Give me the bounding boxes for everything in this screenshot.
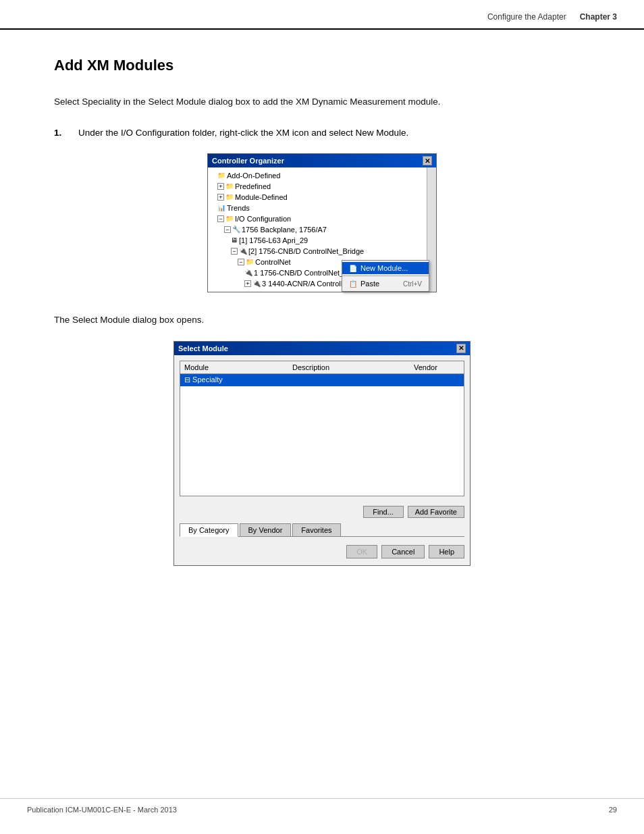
folder-icon-io: 📁 <box>225 213 234 224</box>
tree-label-trends: Trends <box>227 203 250 213</box>
sm-titlebar: Select Module ✕ <box>174 342 470 355</box>
expand-cnb: − <box>231 248 238 255</box>
controller-body: 📁 Add-On-Defined + 📁 Predefined + 📁 Modu… <box>208 167 436 292</box>
tree-label-controlnet: ControlNet <box>255 257 291 267</box>
close-button[interactable]: ✕ <box>423 156 432 165</box>
step-1: 1. Under the I/O Configuration folder, r… <box>54 126 590 140</box>
find-button[interactable]: Find... <box>363 506 404 518</box>
folder-icon-predefined: 📁 <box>225 181 234 192</box>
step-text-1: Under the I/O Configuration folder, righ… <box>78 126 590 140</box>
header-right: Configure the Adapter Chapter 3 <box>487 12 617 22</box>
publication-info: Publication ICM-UM001C-EN-E - March 2013 <box>27 806 177 814</box>
tree-label-predefined: Predefined <box>235 181 271 192</box>
tree-item-predefined: + 📁 Predefined <box>217 181 433 192</box>
select-module-window: Select Module ✕ Module Description Vendo… <box>173 341 471 566</box>
context-menu-separator <box>342 276 429 276</box>
tab-by-vendor[interactable]: By Vendor <box>240 523 292 536</box>
context-menu: 📄 New Module... 📋 Paste Ctrl+V <box>342 260 429 292</box>
expand-backplane: − <box>224 226 231 233</box>
sm-col-desc-header: Description <box>292 363 414 371</box>
configure-adapter-label: Configure the Adapter <box>487 12 566 22</box>
expand-module-defined: + <box>217 194 224 201</box>
tree-label-cnb: [2] 1756-CNB/D ControlNet_Bridge <box>248 246 364 257</box>
step-number-1: 1. <box>54 126 70 140</box>
tree-item-cnb: − 🔌 [2] 1756-CNB/D ControlNet_Bridge <box>231 246 433 257</box>
page-footer: Publication ICM-UM001C-EN-E - March 2013… <box>0 798 644 814</box>
module-icon-cnb: 🔌 <box>239 246 247 257</box>
select-module-screenshot: Select Module ✕ Module Description Vendo… <box>54 341 590 566</box>
folder-icon: 📁 <box>217 170 225 181</box>
intro-text: Select Speciality in the Select Module d… <box>54 95 590 109</box>
module-icon-acnr: 🔌 <box>252 278 261 289</box>
expand-predefined: + <box>217 183 224 190</box>
tree-label-module-defined: Module-Defined <box>235 192 288 203</box>
sm-find-row: Find... Add Favorite <box>180 506 464 518</box>
cancel-button[interactable]: Cancel <box>381 545 425 558</box>
add-favorite-button[interactable]: Add Favorite <box>408 506 464 518</box>
tree-item-backplane: − 🔧 1756 Backplane, 1756/A7 <box>224 224 433 235</box>
page-number: 29 <box>609 806 617 814</box>
new-module-label: New Module... <box>360 264 408 272</box>
expand-io-config: − <box>217 215 224 222</box>
tree-label-backplane: 1756 Backplane, 1756/A7 <box>242 224 327 235</box>
sm-list-area: ⊟ Specialty <box>180 374 464 496</box>
controller-titlebar: Controller Organizer ✕ <box>208 154 436 167</box>
sm-header-row: Module Description Vendor <box>180 361 464 374</box>
ok-button[interactable]: OK <box>346 545 377 558</box>
expand-controlnet: − <box>238 259 244 265</box>
chapter-label: Chapter 3 <box>580 12 617 22</box>
expand-acnr: + <box>244 280 251 287</box>
sm-specialty-label: ⊟ Specialty <box>184 375 292 384</box>
new-module-icon: 📄 <box>349 265 357 272</box>
module-icon-backplane: 🔧 <box>232 224 240 235</box>
main-content: Add XM Modules Select Speciality in the … <box>0 30 644 627</box>
sm-col-vendor-header: Vendor <box>414 363 460 371</box>
context-menu-paste[interactable]: 📋 Paste Ctrl+V <box>342 278 429 290</box>
sm-bottom: Find... Add Favorite By Category By Vend… <box>174 502 470 565</box>
module-icon-cnb2: 🔌 <box>244 267 252 278</box>
tab-favorites[interactable]: Favorites <box>292 523 340 536</box>
help-button[interactable]: Help <box>429 545 464 558</box>
sm-body: Module Description Vendor ⊟ Specialty <box>180 361 464 496</box>
sm-action-row: OK Cancel Help <box>180 542 464 561</box>
page-title: Add XM Modules <box>54 57 590 74</box>
tree-item-l63: 🖥 [1] 1756-L63 Apri_29 <box>231 235 433 246</box>
sm-close-button[interactable]: ✕ <box>456 344 466 353</box>
tree-item-io-config: − 📁 I/O Configuration <box>217 213 433 224</box>
between-text: The Select Module dialog box opens. <box>54 313 590 328</box>
tree-item-module-defined: + 📁 Module-Defined <box>217 192 433 203</box>
paste-shortcut: Ctrl+V <box>403 280 422 288</box>
tab-by-category[interactable]: By Category <box>180 523 238 537</box>
folder-icon-module-defined: 📁 <box>225 192 234 203</box>
tree-label-io-config: I/O Configuration <box>235 213 291 224</box>
controller-window-title: Controller Organizer <box>212 157 284 165</box>
tree-item-trends: 📊 Trends <box>217 203 433 213</box>
page-header: Configure the Adapter Chapter 3 <box>0 0 644 30</box>
module-icon-l63: 🖥 <box>231 235 238 246</box>
controller-organizer-screenshot: Controller Organizer ✕ 📁 Add-On-Defined … <box>54 153 590 292</box>
tree-item-addon: 📁 Add-On-Defined <box>217 170 433 181</box>
folder-icon-controlnet: 📁 <box>246 257 254 267</box>
sm-row-specialty[interactable]: ⊟ Specialty <box>180 374 464 386</box>
controller-window: Controller Organizer ✕ 📁 Add-On-Defined … <box>207 153 437 292</box>
tree-label-l63: [1] 1756-L63 Apri_29 <box>239 235 308 246</box>
sm-tabs: By Category By Vendor Favorites <box>180 523 464 537</box>
paste-icon: 📋 <box>349 280 357 288</box>
paste-label: Paste <box>360 280 379 288</box>
folder-icon-trends: 📊 <box>217 203 225 213</box>
tree-label-addon: Add-On-Defined <box>227 170 281 181</box>
sm-col-module-header: Module <box>184 363 292 371</box>
context-menu-new-module[interactable]: 📄 New Module... <box>342 262 429 274</box>
sm-window-title: Select Module <box>178 344 228 353</box>
